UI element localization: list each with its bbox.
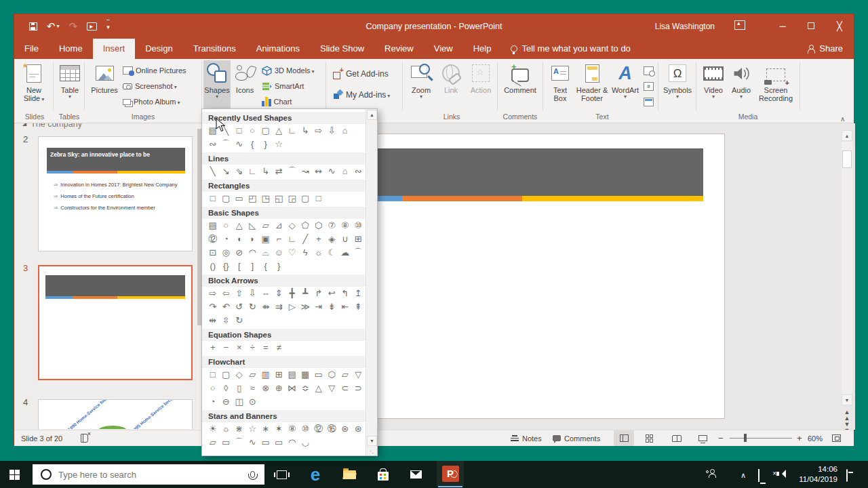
get-add-ins-button[interactable]: Get Add-ins	[333, 67, 389, 81]
online-pictures-button[interactable]: Online Pictures	[123, 64, 186, 77]
shape-item[interactable]: −	[220, 341, 233, 354]
shape-item[interactable]: ☾	[326, 246, 339, 260]
shape-item[interactable]: △	[233, 219, 246, 232]
close-button[interactable]: ╳	[825, 14, 854, 39]
shape-item[interactable]: ◲	[285, 192, 299, 205]
shape-item[interactable]: ↝	[299, 165, 313, 178]
shape-item[interactable]: ▢	[220, 368, 233, 382]
zoom-slider-track[interactable]	[730, 438, 792, 439]
shape-item[interactable]: ⇩	[246, 287, 260, 300]
edge-button[interactable]: e	[307, 466, 324, 483]
scrollbar-thumb[interactable]	[842, 150, 852, 168]
shape-item[interactable]: ⊞	[352, 232, 366, 246]
shape-item[interactable]: ▭	[259, 436, 273, 449]
date-time-button[interactable]	[644, 64, 654, 77]
shape-item[interactable]: ◔	[206, 395, 220, 409]
slideshow-button[interactable]	[692, 430, 713, 446]
shape-item[interactable]: ⋇	[233, 422, 246, 436]
shape-item[interactable]: ⇉	[273, 300, 286, 314]
shape-item[interactable]: ∗	[259, 422, 273, 436]
section-title[interactable]: The company	[22, 123, 82, 129]
shape-item[interactable]: ✶	[273, 422, 286, 436]
shape-item[interactable]: ∾	[352, 165, 366, 178]
shape-item[interactable]: +	[206, 341, 220, 354]
shape-item[interactable]: ◫	[233, 395, 246, 409]
screenshot-button[interactable]: Screenshot	[123, 79, 177, 93]
tab-home[interactable]: Home	[49, 39, 93, 59]
shape-item[interactable]: {	[246, 138, 260, 151]
tab-help[interactable]: Help	[463, 39, 502, 59]
slide-indicator[interactable]: Slide 3 of 20	[21, 430, 62, 446]
shape-item[interactable]: ◱	[273, 192, 286, 205]
slide-2-thumbnail[interactable]: Zebra Sky: an innovative place to be Inn…	[38, 136, 193, 251]
comments-button[interactable]: Comments	[553, 430, 600, 446]
shape-item[interactable]: ⇩	[326, 124, 339, 138]
tab-insert[interactable]: Insert	[93, 39, 136, 59]
smartart-button[interactable]: SmartArt	[262, 79, 304, 93]
collapse-ribbon-button[interactable]	[840, 112, 845, 124]
reading-view-button[interactable]	[667, 430, 687, 446]
screen-recording-button[interactable]: Screen Recording	[755, 60, 797, 110]
ribbon-display-options-icon[interactable]	[734, 20, 745, 30]
shape-item[interactable]: ⋈	[285, 382, 299, 395]
tab-file[interactable]: File	[14, 39, 49, 59]
shape-item[interactable]: ⬡	[326, 368, 339, 382]
shape-item[interactable]: ⑩	[299, 422, 313, 436]
notes-button[interactable]: Notes	[511, 430, 542, 446]
search-input[interactable]	[58, 470, 250, 480]
taskbar-search[interactable]	[33, 464, 264, 485]
shape-item[interactable]: ∿	[233, 138, 246, 151]
shape-item[interactable]: ▤	[285, 368, 299, 382]
network-button[interactable]	[758, 470, 760, 482]
audio-button[interactable]: Audio ▾	[728, 60, 754, 110]
chart-button[interactable]: Chart	[262, 95, 292, 108]
task-view-button[interactable]	[273, 466, 290, 483]
shape-item[interactable]: ○	[220, 219, 233, 232]
shape-item[interactable]: ⇟	[326, 300, 339, 314]
shape-item[interactable]: ○	[246, 124, 260, 138]
shape-item[interactable]: ☆	[246, 422, 260, 436]
spellcheck-button[interactable]	[81, 430, 88, 446]
shape-item[interactable]: ↻	[233, 314, 246, 327]
shape-item[interactable]: ▽	[326, 382, 339, 395]
shape-item[interactable]: ↳	[299, 124, 313, 138]
shape-item[interactable]: ∪	[338, 232, 352, 246]
shape-item[interactable]: ⊛	[338, 422, 352, 436]
shape-item[interactable]: ⊘	[233, 246, 246, 260]
shape-item[interactable]: ☼	[312, 246, 326, 260]
shape-item[interactable]: ○	[206, 382, 220, 395]
tab-slide-show[interactable]: Slide Show	[310, 39, 374, 59]
shape-item[interactable]: ⑧	[338, 219, 352, 232]
shape-item[interactable]: ▢	[220, 192, 233, 205]
shape-item[interactable]: ⌂	[338, 124, 352, 138]
shape-item[interactable]: }	[273, 260, 286, 273]
shape-item[interactable]: ⊂	[338, 382, 352, 395]
shape-item[interactable]: }	[259, 138, 273, 151]
shape-item[interactable]: ☼	[220, 422, 233, 436]
shape-item[interactable]: ⊞	[273, 368, 286, 382]
shape-item[interactable]: ∟	[285, 232, 299, 246]
shape-item[interactable]: ⇔	[259, 287, 273, 300]
icons-button[interactable]: Icons	[232, 60, 258, 110]
editor-scrollbar[interactable]: ▲ ▼ ▲▲ ▼▼	[842, 123, 852, 430]
file-explorer-button[interactable]	[340, 466, 358, 483]
shape-item[interactable]: ▷	[285, 300, 299, 314]
store-button[interactable]	[374, 466, 392, 483]
shape-item[interactable]: ∾	[206, 138, 220, 151]
shape-item[interactable]: ↻	[246, 300, 260, 314]
shape-item[interactable]: ∿	[246, 436, 260, 449]
shape-item[interactable]: ⇹	[206, 314, 220, 327]
pictures-button[interactable]: Pictures	[89, 60, 120, 110]
shape-item[interactable]: ☀	[206, 422, 220, 436]
tell-me-box[interactable]: Tell me what you want to do	[501, 39, 639, 59]
shape-item[interactable]: ⇨	[312, 124, 326, 138]
shape-item[interactable]: ▱	[206, 436, 220, 449]
mail-button[interactable]	[407, 466, 425, 483]
shape-item[interactable]: ≠	[273, 341, 286, 354]
shape-item[interactable]: ⌒	[352, 246, 366, 260]
shape-item[interactable]: ↺	[233, 300, 246, 314]
zoom-in-button[interactable]: +	[797, 430, 802, 446]
shape-item[interactable]: ◔	[220, 232, 233, 246]
my-add-ins-button[interactable]: My Add-ins	[333, 88, 390, 102]
wordart-button[interactable]: A WordArt ▾	[610, 60, 641, 110]
